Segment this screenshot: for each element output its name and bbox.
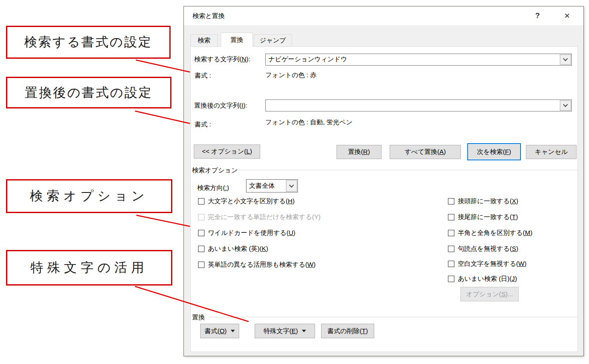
search-direction-label: 検索方向(:) bbox=[197, 184, 229, 192]
find-what-value: ナビゲーションウィンドウ bbox=[268, 55, 347, 63]
checkbox-label: 英単語の異なる活用形も検索する(W) bbox=[208, 261, 316, 269]
search-options-group-label: 検索オプション bbox=[192, 166, 238, 174]
checkbox-sounds-like-japanese[interactable]: あいまい検索 (日)(J) bbox=[448, 275, 517, 283]
checkbox[interactable] bbox=[198, 230, 204, 236]
dialog-title: 検索と置換 bbox=[192, 6, 225, 25]
checkbox-wildcards[interactable]: ワイルドカードを使用する(U) bbox=[198, 229, 295, 237]
search-direction-select[interactable]: 文書全体 bbox=[246, 179, 298, 193]
help-icon: ? bbox=[535, 12, 540, 20]
special-characters-button[interactable]: 特殊文字(E) bbox=[255, 324, 315, 338]
checkbox[interactable] bbox=[448, 214, 454, 220]
checkbox-label: あいまい検索 (日)(J) bbox=[458, 275, 517, 283]
checkbox-label: ワイルドカードを使用する(U) bbox=[208, 229, 295, 237]
checkbox-label: 完全に一致する単語だけを検索する(Y) bbox=[208, 213, 321, 221]
replace-with-combobox[interactable] bbox=[265, 99, 572, 111]
replace-with-dropdown-button[interactable] bbox=[560, 100, 571, 111]
group-divider bbox=[209, 317, 577, 317]
checkbox[interactable] bbox=[198, 198, 204, 205]
find-replace-dialog: 検索と置換 ? × 検索 置換 ジャンプ 検索する文字列(N): ナビゲーション… bbox=[183, 6, 584, 356]
close-icon: × bbox=[565, 10, 570, 21]
group-divider bbox=[239, 170, 577, 170]
checkbox-label: 接頭辞に一致する(X) bbox=[458, 197, 518, 205]
callout-label: 特殊文字の活用 bbox=[30, 259, 148, 277]
replace-format-value: フォントの色 : 自動, 蛍光ペン bbox=[265, 118, 352, 126]
find-what-combobox[interactable]: ナビゲーションウィンドウ bbox=[265, 54, 572, 66]
checkbox-ignore-punctuation[interactable]: 句読点を無視する(S) bbox=[448, 245, 518, 253]
tab-find[interactable]: 検索 bbox=[190, 34, 218, 47]
checkbox-whole-words: 完全に一致する単語だけを検索する(Y) bbox=[198, 213, 321, 221]
checkbox-half-full-width[interactable]: 半角と全角を区別する(M) bbox=[448, 229, 532, 237]
checkbox[interactable] bbox=[448, 276, 454, 282]
checkbox[interactable] bbox=[448, 198, 454, 205]
callout-search-options: 検索オプション bbox=[6, 179, 172, 213]
checkbox[interactable] bbox=[198, 262, 204, 268]
titlebar[interactable]: 検索と置換 ? × bbox=[184, 6, 583, 25]
search-direction-dropdown-button[interactable] bbox=[286, 180, 297, 192]
checkbox[interactable] bbox=[448, 246, 454, 252]
chevron-down-icon bbox=[289, 183, 294, 187]
options-toggle-button[interactable]: << オプション(L) bbox=[194, 144, 260, 159]
checkbox[interactable] bbox=[448, 261, 454, 267]
clear-formatting-button[interactable]: 書式の削除(T) bbox=[321, 324, 374, 338]
format-menu-button[interactable]: 書式(O) bbox=[200, 324, 239, 338]
annotation-line-search-options bbox=[136, 215, 190, 226]
replace-button[interactable]: 置換(R) bbox=[337, 145, 382, 159]
replace-tab-page: 検索する文字列(N): ナビゲーションウィンドウ 書式 : フォントの色 : 赤… bbox=[190, 46, 578, 352]
replace-all-button[interactable]: すべて置換(A) bbox=[390, 145, 461, 159]
find-next-button[interactable]: 次を検索(F) bbox=[467, 143, 521, 160]
search-direction-value: 文書全体 bbox=[249, 182, 275, 189]
checkbox[interactable] bbox=[448, 230, 454, 236]
checkbox-label: 大文字と小文字を区別する(H) bbox=[208, 197, 294, 205]
tab-label: ジャンプ bbox=[260, 36, 286, 45]
checkbox-sounds-like-english[interactable]: あいまい検索 (英)(K) bbox=[198, 245, 268, 253]
checkbox bbox=[198, 214, 204, 220]
tab-label: 検索 bbox=[198, 36, 210, 45]
help-button[interactable]: ? bbox=[528, 9, 547, 22]
find-what-label: 検索する文字列(N): bbox=[194, 55, 250, 63]
checkbox-match-suffix[interactable]: 接尾辞に一致する(T) bbox=[448, 213, 518, 221]
checkbox-match-prefix[interactable]: 接頭辞に一致する(X) bbox=[448, 197, 518, 205]
checkbox-label: 空白文字を無視する(W) bbox=[458, 260, 526, 268]
chevron-down-icon bbox=[563, 56, 568, 61]
dropdown-arrow-icon bbox=[231, 330, 235, 332]
replace-group-label: 置換 bbox=[192, 313, 205, 322]
callout-special-characters: 特殊文字の活用 bbox=[6, 250, 172, 286]
checkbox-word-forms[interactable]: 英単語の異なる活用形も検索する(W) bbox=[198, 261, 316, 269]
checkbox-ignore-whitespace[interactable]: 空白文字を無視する(W) bbox=[448, 260, 526, 268]
replace-format-label: 書式 : bbox=[195, 120, 211, 129]
callout-find-format: 検索する書式の設定 bbox=[6, 26, 171, 59]
checkbox-label: 句読点を無視する(S) bbox=[458, 245, 518, 253]
find-format-value: フォントの色 : 赤 bbox=[265, 71, 316, 79]
callout-replace-format: 置換後の書式の設定 bbox=[6, 77, 171, 108]
callout-label: 置換後の書式の設定 bbox=[25, 84, 153, 102]
callout-label: 検索する書式の設定 bbox=[24, 33, 152, 51]
find-what-dropdown-button[interactable] bbox=[560, 54, 571, 65]
chevron-down-icon bbox=[563, 102, 568, 107]
dropdown-arrow-icon bbox=[302, 330, 306, 332]
checkbox-match-case[interactable]: 大文字と小文字を区別する(H) bbox=[198, 197, 294, 205]
find-format-label: 書式 : bbox=[195, 72, 211, 80]
callout-label: 検索オプション bbox=[30, 187, 149, 205]
tab-replace[interactable]: 置換 bbox=[221, 33, 253, 47]
tab-goto[interactable]: ジャンプ bbox=[254, 34, 292, 47]
checkbox-label: 半角と全角を区別する(M) bbox=[458, 229, 532, 237]
replace-with-label: 置換後の文字列(I): bbox=[194, 102, 247, 110]
annotation-line-replace-format bbox=[135, 111, 190, 123]
fuzzy-options-button: オプション(S)... bbox=[460, 287, 519, 301]
annotation-line-find-format bbox=[136, 60, 190, 72]
tab-label: 置換 bbox=[231, 36, 243, 44]
checkbox-label: 接尾辞に一致する(T) bbox=[458, 213, 518, 221]
close-button[interactable]: × bbox=[558, 9, 577, 22]
checkbox[interactable] bbox=[198, 246, 204, 252]
checkbox-label: あいまい検索 (英)(K) bbox=[208, 245, 268, 253]
cancel-button[interactable]: キャンセル bbox=[526, 145, 577, 159]
